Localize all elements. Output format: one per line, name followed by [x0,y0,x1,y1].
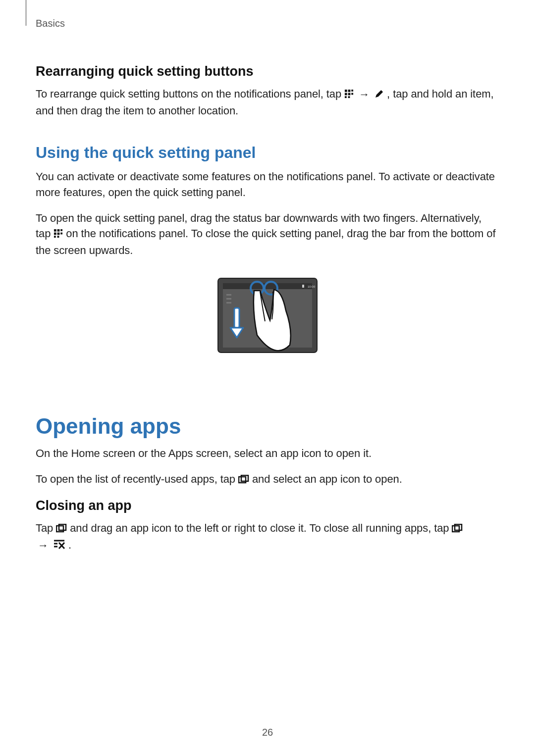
svg-rect-1 [348,90,351,92]
svg-rect-3 [351,90,353,92]
text-fragment: and select an app icon to open. [252,473,402,485]
svg-rect-6 [345,96,347,98]
arrow-icon: → [359,87,370,102]
paragraph-opening-1: On the Home screen or the Apps screen, s… [36,446,499,461]
grid-edit-icon [54,227,63,243]
svg-rect-7 [348,96,350,98]
text-fragment: and drag an app icon to the left or righ… [70,522,452,534]
svg-rect-12 [61,233,63,235]
paragraph-closing: Tap and drag an app icon to the left or … [36,520,499,554]
text-fragment: Tap [36,522,56,534]
svg-rect-2 [345,93,347,96]
svg-rect-11 [61,229,63,231]
heading-closing-app: Closing an app [36,498,499,513]
recent-apps-icon [238,472,249,488]
svg-rect-0 [345,90,347,92]
text-fragment: To rearrange quick setting buttons on th… [36,88,344,100]
section-label: Basics [36,18,499,29]
svg-rect-4 [351,93,353,95]
paragraph-using-panel-1: You can activate or deactivate some feat… [36,169,499,201]
svg-rect-9 [57,229,60,232]
page-margin-rule [26,0,26,26]
svg-rect-24 [234,308,239,328]
heading-using-panel: Using the quick setting panel [36,144,499,162]
svg-rect-23 [226,302,231,303]
svg-rect-19 [302,285,304,288]
svg-rect-15 [57,236,59,238]
svg-rect-18 [223,283,312,289]
pencil-icon [374,87,384,103]
svg-rect-10 [54,233,56,235]
paragraph-opening-2: To open the list of recently-used apps, … [36,471,499,488]
page-number: 26 [0,727,535,738]
grid-edit-icon [344,87,354,103]
close-all-icon [54,538,65,554]
illustration-two-finger-drag: 10:00 [36,268,499,374]
heading-opening-apps: Opening apps [36,414,499,439]
svg-rect-21 [226,294,231,296]
recent-apps-icon [56,521,67,537]
svg-rect-22 [226,298,231,300]
svg-rect-13 [57,233,60,235]
paragraph-using-panel-2: To open the quick setting panel, drag th… [36,210,499,259]
page-content: Basics Rearranging quick setting buttons… [0,0,535,554]
text-fragment: . [68,539,71,551]
paragraph-rearranging: To rearrange quick setting buttons on th… [36,86,499,119]
svg-rect-14 [54,236,56,238]
text-fragment: on the notifications panel. To close the… [36,227,495,256]
arrow-icon: → [38,538,49,554]
svg-text:10:00: 10:00 [308,285,316,288]
svg-rect-8 [54,229,56,232]
heading-rearranging: Rearranging quick setting buttons [36,64,499,79]
recent-apps-icon [452,521,463,537]
text-fragment: To open the list of recently-used apps, … [36,473,238,485]
svg-rect-5 [348,93,351,96]
